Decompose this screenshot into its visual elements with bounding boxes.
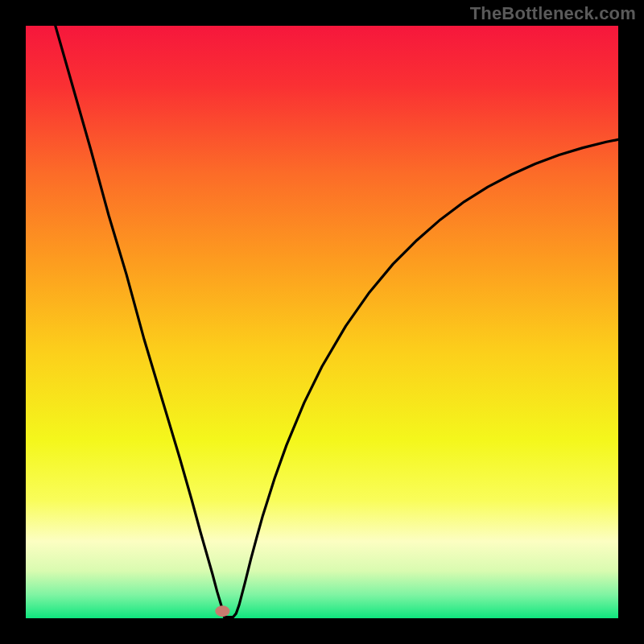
gradient-background bbox=[26, 26, 618, 618]
chart-container: TheBottleneck.com bbox=[0, 0, 644, 644]
chart-svg bbox=[26, 26, 618, 618]
plot-area bbox=[26, 26, 618, 618]
watermark-label: TheBottleneck.com bbox=[470, 3, 636, 24]
highlight-point-icon bbox=[215, 605, 229, 617]
